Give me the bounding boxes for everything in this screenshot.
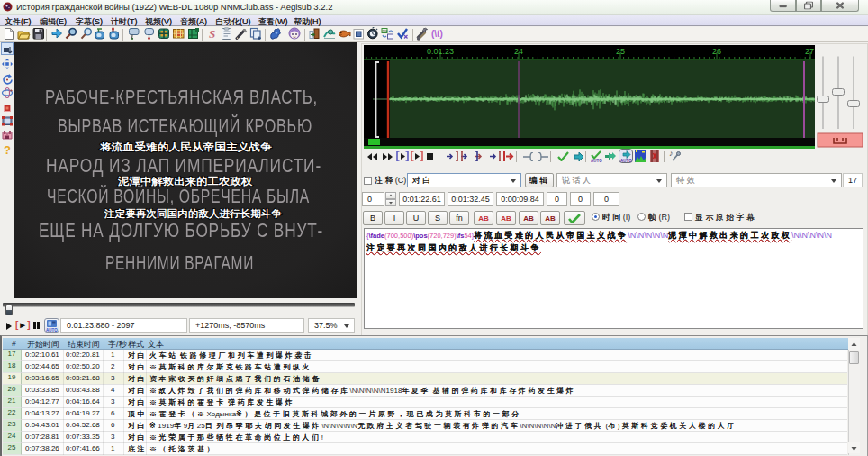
svg-text:0:01:23: 0:01:23 [427,47,454,56]
svg-text:РЕННИМИ ВРАГАМИ: РЕННИМИ ВРАГАМИ [105,252,254,274]
svg-text:24: 24 [514,47,523,56]
svg-text:?: ? [4,143,11,156]
svg-text:AUTO: AUTO [591,159,602,163]
svg-text:26: 26 [712,47,721,56]
svg-text:将流血受难的人民从帝国主义战争: 将流血受难的人民从帝国主义战争 [99,141,272,153]
svg-text:ЕЩЕ НА ДОЛГУЮ БОРЬБУ С ВНУТ-: ЕЩЕ НА ДОЛГУЮ БОРЬБУ С ВНУТ- [39,220,323,242]
svg-text:ЧЕСКОЙ ВОЙНЫ, ОБРЕЧЕНА БЫЛА: ЧЕСКОЙ ВОЙНЫ, ОБРЕЧЕНА БЫЛА [47,185,310,207]
svg-text:НАРОД ИЗ ЛАП ИМПЕРИАЛИСТИ-: НАРОД ИЗ ЛАП ИМПЕРИАЛИСТИ- [46,155,321,177]
svg-text:РАБОЧЕ-КРЕСТЬЯНСКАЯ ВЛАСТЬ,: РАБОЧЕ-КРЕСТЬЯНСКАЯ ВЛАСТЬ, [45,87,318,108]
svg-text:注定要再次同国内的敌人进行长期斗争: 注定要再次同国内的敌人进行长期斗争 [104,208,282,220]
svg-text:25: 25 [616,47,625,56]
svg-text:27: 27 [805,47,814,56]
svg-text:♪: ♪ [669,149,674,158]
svg-text:S: S [209,27,215,41]
svg-text:ВЫРВАВ ИСТЕКАЮЩИЙ КРОВЬЮ: ВЫРВАВ ИСТЕКАЮЩИЙ КРОВЬЮ [58,114,312,137]
svg-text:ms: ms [383,29,389,33]
svg-text:泥潭中解救出来的工农政权: 泥潭中解救出来的工农政权 [117,176,253,187]
